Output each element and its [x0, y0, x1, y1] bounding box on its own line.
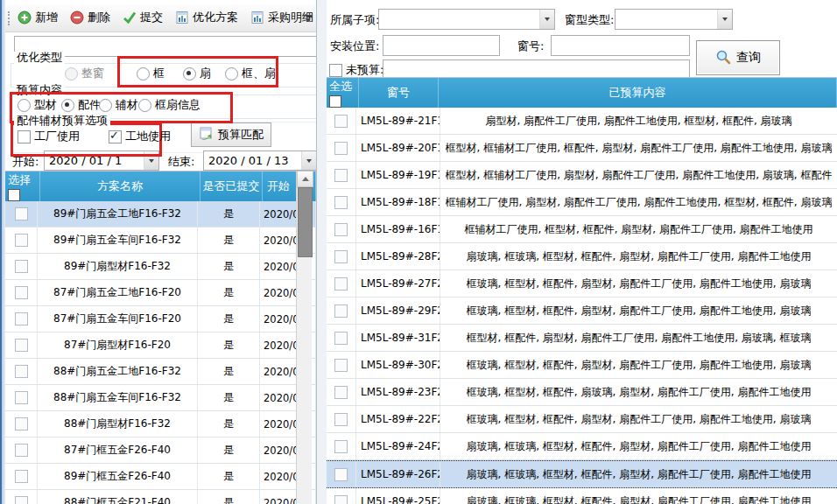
row-checkbox[interactable] [15, 417, 28, 430]
window-no: LM5L-89#-19F17 [356, 162, 440, 188]
window-table-row[interactable]: LM5L-89#-27F25 框玻璃, 框型材, 框配件, 扇型材, 扇配件工厂… [327, 270, 837, 298]
row-checkbox[interactable] [334, 386, 348, 399]
window-table-row[interactable]: LM5L-89#-20F18 框型材, 框辅材工厂使用, 框配件, 扇型材, 扇… [327, 135, 837, 162]
delete-button[interactable]: 删除 [67, 8, 114, 27]
window-table-row[interactable]: LM5L-89#-29F27 框玻璃, 框型材, 框配件, 扇型材, 扇配件工厂… [327, 298, 837, 325]
row-checkbox[interactable] [15, 470, 28, 483]
plan-table-row[interactable]: 87#门扇五金车间F16-F20 是 2020/0 [5, 306, 316, 332]
window-table-row[interactable]: LM5L-89#-28F26 扇玻璃, 框玻璃, 框型材, 框配件, 扇型材, … [327, 243, 837, 270]
content-column-header[interactable]: 已预算内容 [439, 78, 837, 108]
end-date-picker[interactable]: 2020 / 01 / 13 [203, 150, 317, 171]
radio-accessory[interactable]: 配件 [61, 97, 101, 113]
row-select-cell [5, 306, 38, 332]
toolbar-grip[interactable] [8, 11, 12, 25]
row-select-cell [327, 135, 356, 161]
plan-table-row[interactable]: 89#门扇五金工地F16-F32 是 2020/0 [5, 201, 316, 228]
row-checkbox[interactable] [334, 277, 348, 290]
radio-frame-sash-info[interactable]: 框扇信息 [138, 97, 200, 113]
row-checkbox[interactable] [334, 440, 348, 453]
radio-frame[interactable]: 框 [137, 66, 165, 81]
plan-table-row[interactable]: 89#门扇型材F16-F32 是 2020/0 [5, 254, 316, 280]
window-no-input[interactable] [551, 35, 690, 56]
budget-match-button[interactable]: 预算匹配 [191, 122, 271, 147]
window-table-row[interactable]: LM5L-89#-22F20 框玻璃, 框型材, 框配件, 扇型材, 扇配件工厂… [327, 406, 837, 433]
plan-table-row[interactable]: 87#门扇型材F16-F20 是 2020/0 [5, 332, 316, 359]
row-checkbox[interactable] [15, 234, 28, 247]
row-checkbox[interactable] [334, 304, 348, 318]
radio-whole-window[interactable]: 整窗 [65, 66, 104, 81]
submitted-column-header[interactable]: 是否已提交 [200, 172, 263, 201]
window-table-row[interactable]: LM5L-89#-21F19 扇型材, 扇配件工厂使用, 扇配件工地使用, 框型… [327, 108, 837, 135]
plan-table-row[interactable]: 87#门框五金F26-F40 是 2020/0 [5, 438, 316, 464]
plan-table-row[interactable]: 87#门扇五金工地F16-F20 是 2020/0 [5, 280, 316, 306]
row-checkbox[interactable] [15, 365, 28, 378]
radio-profile[interactable]: 型材 [18, 97, 57, 113]
right-panel: 所属子项: 窗型类型: 安装位置: 窗号: 未预算: 查询 [327, 0, 837, 504]
sub-item-dropdown[interactable] [378, 9, 555, 30]
toolbar-overflow-button[interactable] [303, 10, 313, 26]
window-table-row[interactable]: LM5L-89#-26F24 扇玻璃, 框玻璃, 框型材, 框配件, 扇型材, … [327, 460, 837, 488]
row-checkbox[interactable] [334, 332, 348, 345]
row-checkbox[interactable] [334, 196, 348, 209]
plan-table-row[interactable]: 88#门扇五金车间F16-F32 是 2020/0 [5, 385, 316, 411]
row-checkbox[interactable] [334, 115, 348, 128]
start-date-picker[interactable]: 2020 / 01 / 1 [44, 150, 159, 171]
row-checkbox[interactable] [334, 413, 348, 426]
plan-table-row[interactable]: 89#门框五金F26-F40 是 2020/0 [5, 464, 316, 490]
window-no-column-header[interactable]: 窗号 [359, 78, 439, 108]
row-checkbox[interactable] [334, 495, 348, 504]
scrollbar-thumb[interactable] [298, 187, 313, 257]
scroll-up-button[interactable] [297, 171, 313, 187]
chevron-down-icon[interactable] [539, 10, 554, 29]
chevron-down-icon[interactable] [144, 151, 158, 170]
radio-sash[interactable]: 扇 [183, 66, 211, 81]
submit-button[interactable]: 提交 [119, 8, 166, 27]
checkbox-not-budgeted[interactable]: 未预算: [329, 62, 383, 78]
window-table-row[interactable]: LM5L-89#-16F15 框辅材工厂使用, 框型材, 框配件, 扇型材, 扇… [327, 216, 837, 243]
select-all-checkbox[interactable] [329, 95, 341, 108]
row-checkbox[interactable] [334, 169, 348, 182]
radio-label: 框、扇 [242, 66, 276, 81]
optimize-plan-button[interactable]: 优化方案 [172, 8, 242, 27]
row-checkbox[interactable] [15, 312, 28, 326]
row-checkbox[interactable] [15, 286, 28, 299]
row-checkbox[interactable] [15, 207, 28, 220]
row-checkbox[interactable] [334, 223, 348, 236]
row-checkbox[interactable] [334, 359, 348, 372]
window-table-row[interactable]: LM5L-89#-30F28 框玻璃, 框型材, 框配件, 扇型材, 扇配件工厂… [327, 352, 837, 379]
window-table-row[interactable]: LM5L-89#-19F17 框型材, 框辅材工厂使用, 扇型材, 扇配件工厂使… [327, 162, 837, 189]
window-table-row[interactable]: LM5L-89#-18F16 框辅材工厂使用, 扇型材, 扇配件工厂使用, 扇配… [327, 189, 837, 216]
chevron-down-icon[interactable] [717, 10, 732, 29]
plan-table-row[interactable]: 88#门框五金F21-F40 是 2020/0 [5, 490, 316, 504]
row-checkbox[interactable] [15, 444, 28, 457]
chevron-down-icon[interactable] [301, 151, 316, 170]
window-type-dropdown[interactable] [615, 9, 733, 30]
checkbox-site-use[interactable]: 工地使用 [109, 129, 171, 144]
window-table-row[interactable]: LM5L-89#-24F22 扇玻璃, 框玻璃, 框型材, 框配件, 扇型材, … [327, 433, 837, 460]
plan-table-row[interactable]: 89#门扇五金车间F16-F32 是 2020/0 [5, 228, 316, 254]
row-checkbox[interactable] [334, 250, 348, 263]
checkbox-factory-use[interactable]: 工厂使用 [18, 129, 80, 144]
plan-table-row[interactable]: 88#门扇型材F16-F32 是 2020/0 [5, 411, 316, 438]
radio-frame-sash[interactable]: 框、扇 [225, 66, 276, 81]
window-table-row[interactable]: LM5L-89#-23F21 框玻璃, 框型材, 框配件, 扇玻璃, 扇型材, … [327, 379, 837, 406]
add-button[interactable]: 新增 [14, 8, 61, 27]
window-table-row[interactable]: LM5L-89#-31F29 框型材, 框配件, 扇型材, 扇配件工厂使用, 扇… [327, 325, 837, 352]
plan-table-scrollbar[interactable] [296, 171, 312, 504]
select-all-checkbox[interactable] [8, 189, 20, 201]
row-checkbox[interactable] [15, 391, 28, 404]
window-table-row[interactable]: LM5L-89#-25F23 扇玻璃, 框玻璃, 框型材, 框配件, 扇型材, … [327, 488, 837, 504]
row-checkbox[interactable] [15, 260, 28, 273]
row-checkbox[interactable] [15, 496, 28, 504]
install-position-input[interactable] [383, 35, 500, 56]
plan-name-column-header[interactable]: 方案名称 [40, 172, 200, 201]
radio-auxiliary[interactable]: 辅材 [99, 97, 138, 113]
query-button[interactable]: 查询 [696, 40, 780, 75]
row-checkbox[interactable] [334, 142, 348, 155]
plan-table-row[interactable]: 88#门扇五金工地F16-F32 是 2020/0 [5, 359, 316, 385]
row-select-cell [327, 433, 356, 459]
row-checkbox[interactable] [334, 468, 348, 481]
window-no: LM5L-89#-23F21 [356, 379, 440, 405]
row-checkbox[interactable] [15, 339, 28, 352]
row-select-cell [5, 490, 38, 504]
